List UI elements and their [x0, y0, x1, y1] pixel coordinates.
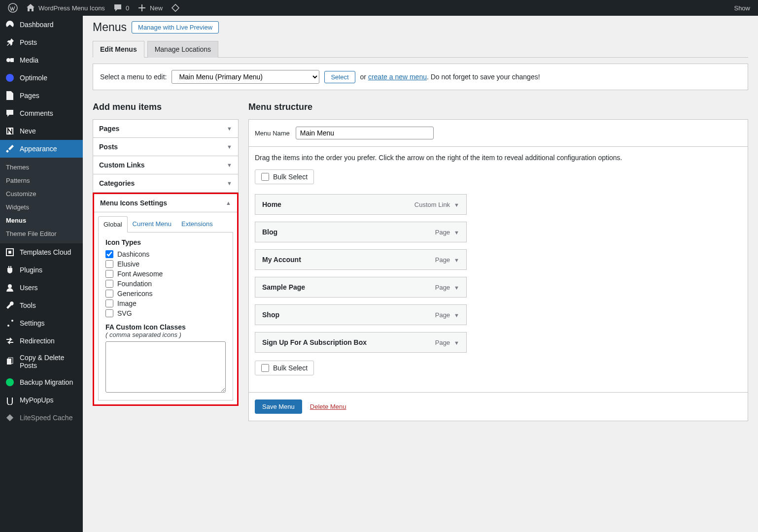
sidebar-item-posts[interactable]: Posts [0, 33, 83, 51]
icon-type-image[interactable]: Image [105, 299, 226, 307]
redirect-icon [5, 336, 15, 346]
new-link[interactable]: New [133, 0, 167, 16]
bulk-select-top[interactable]: Bulk Select [255, 169, 314, 184]
sidebar-label: Posts [20, 38, 37, 46]
menu-item-title: My Account [262, 256, 301, 264]
sidebar-item-pages[interactable]: Pages [0, 87, 83, 104]
settings-icon [5, 318, 15, 328]
fa-custom-classes-textarea[interactable] [105, 341, 226, 393]
menu-select[interactable]: Main Menu (Primary Menu) [172, 70, 319, 84]
menu-item[interactable]: ShopPage▼ [255, 304, 467, 325]
site-home[interactable]: WordPress Menu Icons [22, 0, 109, 16]
sidebar-item-users[interactable]: Users [0, 279, 83, 297]
checkbox-elusive[interactable] [105, 260, 113, 268]
icon-type-genericons[interactable]: Genericons [105, 290, 226, 298]
postbox-pages[interactable]: Pages▼ [93, 119, 239, 138]
chevron-down-icon: ▼ [454, 312, 459, 318]
backup-icon [5, 377, 15, 387]
optimole-icon [5, 73, 15, 83]
main-content: Menus Manage with Live Preview Edit Menu… [83, 16, 758, 532]
wp-logo[interactable] [4, 0, 22, 16]
menu-item[interactable]: HomeCustom Link▼ [255, 194, 467, 215]
chevron-down-icon: ▼ [454, 230, 459, 235]
bulk-select-checkbox[interactable] [261, 173, 269, 181]
select-button[interactable]: Select [324, 71, 355, 83]
postbox-title: Custom Links [99, 161, 145, 169]
dashboard-icon [5, 20, 15, 30]
sidebar-item-redirection[interactable]: Redirection [0, 332, 83, 350]
submenu-widgets[interactable]: Widgets [0, 200, 83, 214]
inner-tab-global[interactable]: Global [98, 216, 128, 233]
submenu-theme-file-editor[interactable]: Theme File Editor [0, 227, 83, 240]
select-tail: or create a new menu. Do not forget to s… [360, 73, 540, 81]
sidebar-item-mypopups[interactable]: MyPopUps [0, 391, 83, 409]
icon-type-svg[interactable]: SVG [105, 309, 226, 317]
menu-item[interactable]: Sign Up For A Subscription BoxPage▼ [255, 332, 467, 353]
manage-live-preview-button[interactable]: Manage with Live Preview [132, 21, 219, 33]
postbox-custom-links[interactable]: Custom Links▼ [93, 156, 239, 174]
bulk-select-bottom[interactable]: Bulk Select [255, 361, 314, 375]
home-icon [26, 3, 35, 13]
sidebar-item-settings[interactable]: Settings [0, 314, 83, 332]
tab-edit-menus[interactable]: Edit Menus [93, 41, 144, 58]
brush-icon [5, 144, 15, 154]
submenu-menus[interactable]: Menus [0, 214, 83, 227]
sidebar-item-backup-migration[interactable]: Backup Migration [0, 373, 83, 391]
icon-type-foundation[interactable]: Foundation [105, 280, 226, 288]
popup-icon [5, 395, 15, 405]
menu-item[interactable]: My AccountPage▼ [255, 249, 467, 270]
sidebar-item-tools[interactable]: Tools [0, 297, 83, 314]
sidebar-item-dashboard[interactable]: Dashboard [0, 16, 83, 33]
sidebar-item-appearance[interactable]: Appearance [0, 140, 83, 158]
sidebar-item-comments[interactable]: Comments [0, 104, 83, 122]
sidebar-label: Media [20, 56, 38, 64]
checkbox-font-awesome[interactable] [105, 270, 113, 278]
comments-link[interactable]: 0 [109, 0, 133, 16]
menu-item[interactable]: Sample PagePage▼ [255, 277, 467, 298]
sidebar-item-copy-delete-posts[interactable]: Copy & Delete Posts [0, 350, 83, 373]
sidebar-item-optimole[interactable]: Optimole [0, 69, 83, 87]
menu-item[interactable]: BlogPage▼ [255, 222, 467, 242]
menu-item-title: Sign Up For A Subscription Box [262, 338, 367, 346]
cloud-icon [5, 247, 15, 257]
bulk-select-checkbox[interactable] [261, 364, 269, 372]
submenu-patterns[interactable]: Patterns [0, 174, 83, 187]
checkbox-dashicons[interactable] [105, 250, 113, 258]
diamond-icon [171, 3, 180, 13]
inner-tab-extensions[interactable]: Extensions [176, 216, 218, 232]
checkbox-foundation[interactable] [105, 280, 113, 288]
sidebar-label: Copy & Delete Posts [20, 354, 78, 369]
show-link[interactable]: Show [730, 0, 754, 16]
menu-name-label: Menu Name [255, 130, 290, 137]
submenu-themes[interactable]: Themes [0, 161, 83, 174]
checkbox-svg[interactable] [105, 309, 113, 317]
svg-point-7 [11, 320, 13, 322]
tab-manage-locations[interactable]: Manage Locations [147, 41, 218, 58]
diamond-icon-link[interactable] [167, 0, 184, 16]
checkbox-image[interactable] [105, 299, 113, 307]
sidebar-item-templates-cloud[interactable]: Templates Cloud [0, 243, 83, 261]
media-icon [5, 55, 15, 65]
menu-icons-settings-header[interactable]: Menu Icons Settings▲ [94, 194, 237, 212]
icon-type-elusive[interactable]: Elusive [105, 260, 226, 268]
svg-rect-1 [172, 4, 179, 11]
chevron-down-icon: ▼ [454, 202, 459, 208]
inner-tab-current-menu[interactable]: Current Menu [128, 216, 176, 232]
menu-name-input[interactable] [296, 127, 434, 139]
postbox-categories[interactable]: Categories▼ [93, 174, 239, 193]
chevron-down-icon: ▼ [227, 162, 232, 168]
sidebar-item-neve[interactable]: Neve [0, 122, 83, 140]
icon-type-dashicons[interactable]: Dashicons [105, 250, 226, 258]
sidebar-item-plugins[interactable]: Plugins [0, 261, 83, 279]
checkbox-genericons[interactable] [105, 290, 113, 298]
sidebar-item-media[interactable]: Media [0, 51, 83, 69]
delete-menu-link[interactable]: Delete Menu [310, 403, 346, 410]
add-items-title: Add menu items [93, 102, 239, 112]
sidebar-item-litespeed[interactable]: LiteSpeed Cache [0, 409, 83, 427]
create-new-menu-link[interactable]: create a new menu [368, 73, 427, 81]
submenu-customize[interactable]: Customize [0, 187, 83, 200]
save-menu-button[interactable]: Save Menu [255, 399, 302, 414]
chevron-down-icon: ▼ [454, 257, 459, 263]
icon-type-font-awesome[interactable]: Font Awesome [105, 270, 226, 278]
postbox-posts[interactable]: Posts▼ [93, 138, 239, 156]
